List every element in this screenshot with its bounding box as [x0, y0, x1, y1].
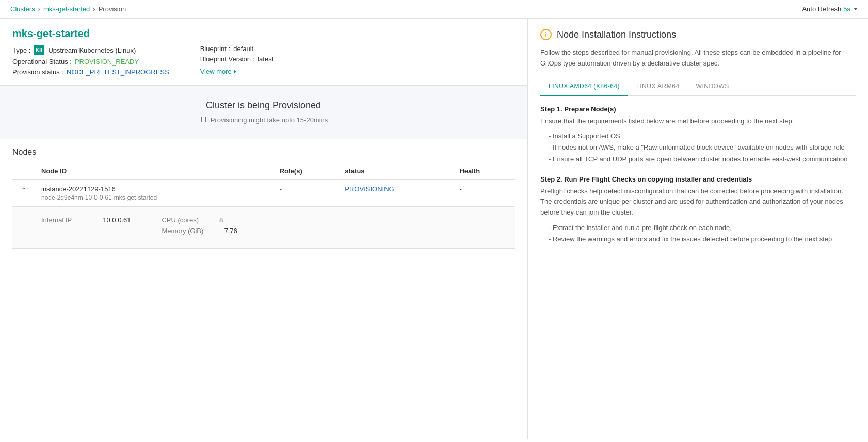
list-item: Ensure all TCP and UDP ports are open be…	[544, 154, 856, 165]
th-expand	[12, 163, 35, 179]
th-status: status	[339, 163, 453, 179]
auto-refresh-value: 5s	[843, 5, 850, 13]
expand-button[interactable]: ⌃	[19, 185, 29, 195]
blueprint-value: default	[233, 45, 253, 53]
table-header-row: Node ID Role(s) status Health	[12, 163, 515, 179]
top-bar: Clusters › mks-get-started › Provision A…	[0, 0, 868, 19]
internal-ip-value-group: 10.0.0.61	[103, 216, 131, 224]
step-1: Step 1. Prepare Node(s) Ensure that the …	[540, 105, 856, 165]
status-value: PROVISIONING	[345, 185, 394, 193]
type-row: Type : K8 Upstream Kubernetes (Linux)	[12, 45, 169, 55]
node-id-cell: instance-20221129-1516 node-2q9e4nm-10-0…	[35, 179, 274, 207]
nodes-table: Node ID Role(s) status Health ⌃ instance…	[12, 163, 515, 249]
instructions-title: Node Installation Instructions	[557, 29, 676, 40]
operational-status-value: PROVISION_READY	[75, 58, 139, 66]
step-2-title: Step 2. Run Pre Flight Checks on copying…	[540, 175, 856, 183]
internal-ip-label: Internal IP	[41, 216, 72, 224]
step-2-desc: Preflight checks help detect misconfigur…	[540, 186, 856, 218]
monitor-icon: 🖥	[199, 115, 207, 124]
cpu-value: 8	[219, 216, 223, 224]
table-row: ⌃ instance-20221129-1516 node-2q9e4nm-10…	[12, 179, 515, 207]
list-item: If nodes not on AWS, make a "Raw unforma…	[544, 142, 856, 153]
breadcrumb: Clusters › mks-get-started › Provision	[10, 5, 126, 13]
info-grid: Type : K8 Upstream Kubernetes (Linux) Op…	[12, 45, 515, 76]
list-item: Install a Supported OS	[544, 130, 856, 142]
tab-windows[interactable]: WINDOWS	[688, 77, 737, 96]
internal-ip-value: 10.0.0.61	[103, 216, 131, 224]
cpu-label: CPU (cores)	[162, 216, 199, 224]
node-id-primary: instance-20221129-1516	[41, 185, 267, 193]
view-more-label: View more	[200, 68, 232, 75]
k8s-type-icon: K8	[34, 45, 44, 55]
th-node-id: Node ID	[35, 163, 274, 179]
list-item: Review the warnings and errors and fix t…	[544, 234, 856, 245]
provision-banner: Cluster is being Provisioned 🖥 Provision…	[0, 86, 527, 139]
chevron-right-icon	[234, 70, 236, 74]
instructions-header: i Node Installation Instructions	[540, 29, 856, 40]
instructions-desc: Follow the steps described for manual pr…	[540, 47, 856, 69]
operational-status-row: Operational Status : PROVISION_READY	[12, 58, 169, 66]
tab-linux-amd64[interactable]: LINUX AMD64 (X86-64)	[540, 77, 628, 96]
breadcrumb-current: Provision	[99, 5, 126, 13]
auto-refresh-label: Auto Refresh	[802, 5, 841, 13]
status-cell: PROVISIONING	[339, 179, 453, 207]
tab-linux-arm64[interactable]: LINUX ARM64	[628, 77, 688, 96]
roles-cell: -	[274, 179, 339, 207]
info-left: Type : K8 Upstream Kubernetes (Linux) Op…	[12, 45, 169, 76]
info-right: Blueprint : default Blueprint Version : …	[200, 45, 274, 76]
auto-refresh-control[interactable]: Auto Refresh 5s	[802, 5, 858, 13]
step-1-desc: Ensure that the requirements listed belo…	[540, 116, 856, 127]
operational-status-label: Operational Status :	[12, 58, 72, 66]
step-1-list: Install a Supported OS If nodes not on A…	[540, 130, 856, 165]
provision-status-row: Provision status : NODE_PRETEST_INPROGRE…	[12, 68, 169, 76]
provision-banner-subtitle: 🖥 Provisioning might take upto 15-20mins	[12, 115, 515, 124]
right-panel: i Node Installation Instructions Follow …	[527, 19, 868, 439]
view-more-link[interactable]: View more	[200, 68, 274, 75]
internal-ip-group: Internal IP	[41, 216, 72, 224]
main-layout: mks-get-started Type : K8 Upstream Kuber…	[0, 19, 868, 439]
step-2: Step 2. Run Pre Flight Checks on copying…	[540, 175, 856, 245]
type-label: Type :	[12, 46, 30, 54]
left-panel: mks-get-started Type : K8 Upstream Kuber…	[0, 19, 527, 439]
blueprint-version-row: Blueprint Version : latest	[200, 55, 274, 63]
list-item: Extract the installer and run a pre-flig…	[544, 222, 856, 234]
detail-cell: Internal IP 10.0.0.61 CPU (cores) 8	[35, 207, 515, 249]
th-health: Health	[453, 163, 515, 179]
chevron-down-icon	[854, 8, 858, 10]
table-detail-row: Internal IP 10.0.0.61 CPU (cores) 8	[12, 207, 515, 249]
type-value: Upstream Kubernetes (Linux)	[48, 46, 136, 54]
blueprint-label: Blueprint :	[200, 45, 231, 53]
blueprint-version-label: Blueprint Version :	[200, 55, 255, 63]
node-id-secondary: node-2q9e4nm-10-0-0-61-mks-get-started	[41, 194, 267, 201]
nodes-title: Nodes	[12, 148, 515, 157]
breadcrumb-sep-1: ›	[38, 5, 40, 13]
expand-cell[interactable]: ⌃	[12, 179, 35, 207]
provision-status-label: Provision status :	[12, 68, 63, 76]
cluster-name: mks-get-started	[12, 28, 515, 40]
breadcrumb-sep-2: ›	[93, 5, 95, 13]
nodes-section: Nodes Node ID Role(s) status Health	[0, 139, 527, 257]
health-cell: -	[453, 179, 515, 207]
step-1-title: Step 1. Prepare Node(s)	[540, 105, 856, 113]
cpu-memory-group: CPU (cores) 8 Memory (GiB) 7.76	[162, 216, 237, 235]
info-circle-icon: i	[540, 29, 552, 40]
memory-row: Memory (GiB) 7.76	[162, 227, 237, 235]
step-2-list: Extract the installer and run a pre-flig…	[540, 222, 856, 245]
blueprint-row: Blueprint : default	[200, 45, 274, 53]
breadcrumb-cluster-name[interactable]: mks-get-started	[43, 5, 90, 13]
th-roles: Role(s)	[274, 163, 339, 179]
provision-status-value: NODE_PRETEST_INPROGRESS	[67, 68, 169, 76]
memory-value: 7.76	[224, 227, 237, 235]
detail-expand-spacer	[12, 207, 35, 249]
cluster-info: mks-get-started Type : K8 Upstream Kuber…	[0, 19, 527, 86]
breadcrumb-clusters[interactable]: Clusters	[10, 5, 35, 13]
provision-banner-title: Cluster is being Provisioned	[12, 100, 515, 111]
cpu-row: CPU (cores) 8	[162, 216, 237, 224]
provision-banner-subtitle-text: Provisioning might take upto 15-20mins	[211, 116, 328, 124]
memory-label: Memory (GiB)	[162, 227, 203, 235]
blueprint-version-value: latest	[258, 55, 274, 63]
tabs-container: LINUX AMD64 (X86-64) LINUX ARM64 WINDOWS	[540, 77, 856, 96]
